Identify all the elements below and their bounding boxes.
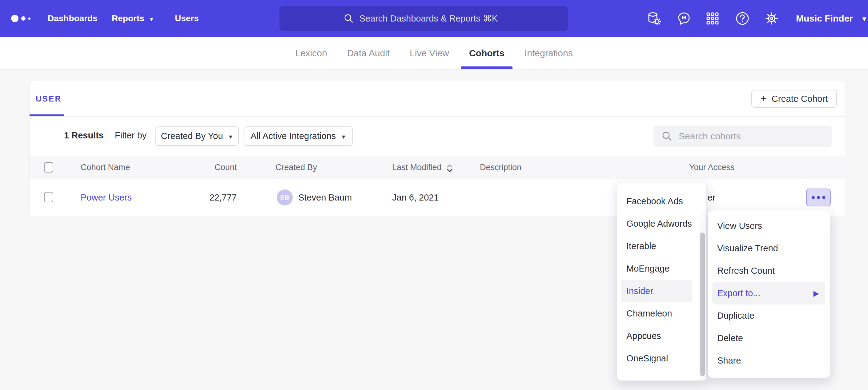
column-count: Count bbox=[215, 163, 237, 172]
global-search-input[interactable] bbox=[360, 13, 504, 24]
avatar: SB bbox=[277, 190, 293, 205]
tab-integrations[interactable]: Integrations bbox=[517, 37, 581, 69]
column-description: Description bbox=[480, 163, 521, 172]
cohort-actions-menu: View Users Visualize Trend Refresh Count… bbox=[708, 210, 830, 378]
nav-item-reports[interactable]: Reports ▼ bbox=[112, 0, 155, 37]
caret-down-icon: ▼ bbox=[228, 134, 233, 140]
menu-item-chameleon[interactable]: Chameleon bbox=[617, 302, 706, 325]
column-your-access: Your Access bbox=[689, 163, 735, 172]
search-icon bbox=[661, 131, 673, 142]
cohort-search-input[interactable] bbox=[679, 131, 827, 141]
search-icon bbox=[343, 13, 354, 24]
create-cohort-button[interactable]: + Create Cohort bbox=[751, 90, 837, 108]
nav-item-dashboards[interactable]: Dashboards bbox=[48, 0, 98, 37]
tab-data-audit[interactable]: Data Audit bbox=[339, 37, 398, 69]
menu-item-delete[interactable]: Delete bbox=[708, 327, 830, 349]
cohort-name-link[interactable]: Power Users bbox=[81, 193, 132, 203]
column-cohort-name: Cohort Name bbox=[81, 163, 130, 172]
divider bbox=[105, 127, 106, 145]
select-all-checkbox[interactable] bbox=[44, 162, 53, 172]
row-more-actions-button[interactable] bbox=[806, 189, 831, 206]
dot-icon bbox=[822, 196, 825, 199]
sort-icon[interactable] bbox=[446, 163, 454, 174]
cohort-search-bar[interactable] bbox=[653, 126, 832, 147]
cohort-count: 22,777 bbox=[209, 193, 237, 203]
tab-user-cohorts[interactable]: USER bbox=[36, 81, 62, 116]
dot-icon bbox=[812, 196, 815, 199]
section-tabs: Lexicon Data Audit Live View Cohorts Int… bbox=[0, 37, 868, 69]
menu-item-onesignal[interactable]: OneSignal bbox=[617, 347, 706, 370]
divider bbox=[30, 116, 845, 117]
export-destinations-submenu: Braze Facebook Ads Google Adwords Iterab… bbox=[617, 182, 707, 381]
filter-by-label: Filter by bbox=[115, 130, 147, 140]
help-icon[interactable] bbox=[735, 11, 750, 26]
menu-item-appcues[interactable]: Appcues bbox=[617, 325, 706, 347]
menu-item-insider[interactable]: Insider bbox=[621, 280, 692, 302]
menu-item-refresh-count[interactable]: Refresh Count bbox=[708, 260, 830, 282]
menu-item-visualize-trend[interactable]: Visualize Trend bbox=[708, 237, 830, 260]
last-modified-date: Jan 6, 2021 bbox=[392, 193, 439, 203]
results-count: 1 Results bbox=[64, 130, 104, 140]
tab-cohorts[interactable]: Cohorts bbox=[461, 37, 513, 69]
menu-item-braze[interactable]: Braze bbox=[617, 182, 706, 190]
menu-item-export-to[interactable]: Export to... ▶ bbox=[712, 282, 825, 304]
filter-integrations-dropdown[interactable]: All Active Integrations ▼ bbox=[244, 126, 353, 146]
cohorts-panel: USER + Create Cohort 1 Results Filter by… bbox=[29, 81, 845, 216]
filter-created-by-dropdown[interactable]: Created By You ▼ bbox=[155, 126, 239, 146]
caret-down-icon: ▼ bbox=[341, 134, 346, 140]
created-by-name: Steven Baum bbox=[298, 193, 352, 203]
caret-down-icon: ▼ bbox=[861, 16, 868, 23]
plus-icon: + bbox=[761, 93, 767, 103]
menu-item-iterable[interactable]: Iterable bbox=[617, 235, 706, 257]
menu-item-view-users[interactable]: View Users bbox=[708, 215, 830, 237]
top-navigation: Dashboards Reports ▼ Users bbox=[0, 0, 868, 37]
menu-item-google-adwords[interactable]: Google Adwords bbox=[617, 213, 706, 235]
menu-item-share[interactable]: Share bbox=[708, 349, 830, 372]
tab-live-view[interactable]: Live View bbox=[402, 37, 457, 69]
project-switcher[interactable]: Music Finder ▼ bbox=[796, 0, 868, 37]
menu-item-duplicate[interactable]: Duplicate bbox=[708, 304, 830, 327]
apps-grid-icon[interactable] bbox=[705, 11, 720, 26]
menu-item-moengage[interactable]: MoEngage bbox=[617, 257, 706, 280]
global-search-bar[interactable] bbox=[279, 6, 568, 31]
dot-icon bbox=[817, 196, 820, 199]
nav-item-users[interactable]: Users bbox=[175, 0, 199, 37]
row-checkbox[interactable] bbox=[44, 192, 53, 202]
feedback-icon[interactable] bbox=[677, 11, 691, 26]
menu-item-facebook-ads[interactable]: Facebook Ads bbox=[617, 190, 706, 213]
mixpanel-logo-icon[interactable] bbox=[11, 0, 30, 37]
settings-gear-icon[interactable] bbox=[764, 11, 779, 26]
data-settings-icon[interactable] bbox=[646, 11, 661, 26]
tab-lexicon[interactable]: Lexicon bbox=[287, 37, 335, 69]
caret-down-icon: ▼ bbox=[149, 16, 155, 22]
column-last-modified[interactable]: Last Modified bbox=[392, 163, 442, 172]
column-created-by: Created By bbox=[276, 163, 317, 172]
table-header: Cohort Name Count Created By Last Modifi… bbox=[30, 156, 845, 179]
active-tab-underline bbox=[461, 66, 513, 69]
submenu-arrow-icon: ▶ bbox=[813, 289, 819, 298]
submenu-scrollbar[interactable] bbox=[700, 232, 705, 376]
